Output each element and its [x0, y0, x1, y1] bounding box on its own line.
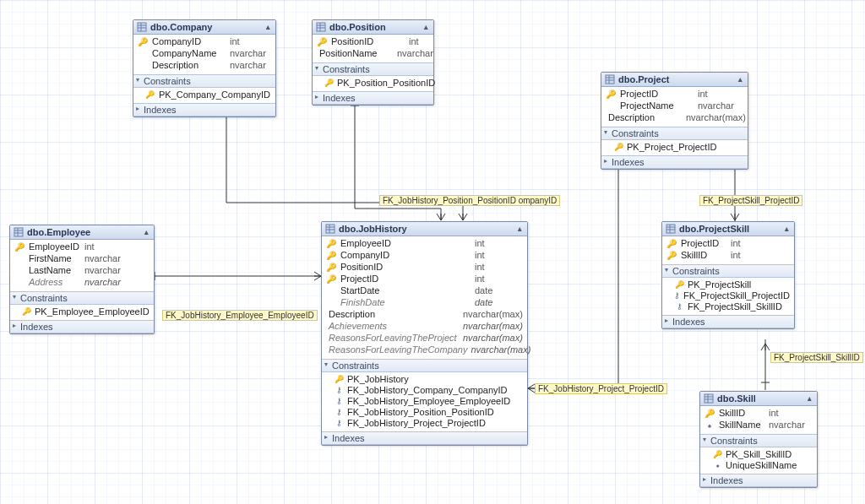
column-type: nvarchar: [84, 277, 121, 288]
constraints-section[interactable]: Constraints: [662, 264, 794, 278]
column-name: LastName: [29, 265, 81, 276]
table-header[interactable]: dbo.Project ▴: [601, 73, 748, 87]
primary-key-icon: 🔑: [613, 142, 623, 153]
foreign-key-icon: ⚷: [334, 407, 344, 418]
table-header[interactable]: dbo.Company ▴: [133, 20, 275, 35]
table-title: dbo.Skill: [717, 393, 756, 404]
table-jobhistory[interactable]: dbo.JobHistory ▴ 🔑EmployeeIDint 🔑Company…: [321, 221, 528, 446]
constraint-name: FK_JobHistory_Company_CompanyID: [347, 385, 508, 396]
fk-label-jobhistory-position: FK_JobHistory_Position_PositionID ompany…: [379, 195, 560, 206]
column-type: int: [475, 262, 485, 273]
column-type: nvarchar: [769, 420, 805, 431]
collapse-icon[interactable]: ▴: [808, 394, 812, 403]
column-type: nvarchar: [84, 253, 121, 264]
column-name: CompanyName: [152, 48, 226, 59]
indexes-section[interactable]: Indexes: [313, 91, 433, 105]
column-name: SkillID: [681, 250, 727, 261]
column-name: CompanyID: [340, 250, 471, 261]
svg-rect-4: [138, 23, 146, 31]
svg-rect-24: [666, 225, 675, 233]
column-name: CompanyID: [152, 36, 226, 47]
indexes-section[interactable]: Indexes: [322, 431, 527, 445]
collapse-icon[interactable]: ▴: [518, 225, 522, 233]
foreign-key-icon: ⚷: [334, 396, 344, 407]
column-type: int: [731, 238, 741, 249]
table-position[interactable]: dbo.Position ▴ 🔑PositionIDint PositionNa…: [312, 19, 434, 106]
column-name: Achievements: [329, 321, 460, 332]
fk-label-jobhistory-employee: FK_JobHistory_Employee_EmployeeID: [162, 310, 318, 321]
constraints-section[interactable]: Constraints: [322, 359, 527, 372]
primary-key-icon: 🔑: [137, 36, 149, 47]
table-header[interactable]: dbo.ProjectSkill ▴: [662, 222, 794, 236]
column-name: EmployeeID: [29, 241, 81, 252]
table-skill[interactable]: dbo.Skill ▴ 🔑SkillIDint ⬥SkillNamenvarch…: [699, 391, 818, 488]
column-type: int: [475, 274, 485, 285]
column-name: PositionID: [331, 36, 405, 47]
collapse-icon[interactable]: ▴: [424, 23, 428, 31]
primary-key-icon: 🔑: [14, 241, 25, 252]
primary-key-icon: 🔑: [712, 449, 722, 460]
constraint-name: PK_ProjectSkill: [688, 279, 751, 290]
foreign-key-icon: ⚷: [674, 290, 680, 301]
constraints-section[interactable]: Constraints: [700, 434, 817, 447]
primary-key-icon: 🔑: [666, 238, 677, 249]
collapse-icon[interactable]: ▴: [738, 75, 743, 84]
constraint-name: PK_Skill_SkillID: [726, 449, 792, 460]
unique-index-icon: ⬥: [704, 420, 715, 431]
columns: 🔑CompanyIDint CompanyNamenvarchar Descri…: [133, 35, 275, 74]
table-header[interactable]: dbo.Skill ▴: [700, 392, 817, 406]
constraint-name: PK_JobHistory: [347, 374, 409, 385]
table-projectskill[interactable]: dbo.ProjectSkill ▴ 🔑ProjectIDint 🔑SkillI…: [661, 221, 795, 329]
column-type: nvarchar(max): [686, 112, 746, 123]
indexes-section[interactable]: Indexes: [601, 155, 748, 169]
indexes-section[interactable]: Indexes: [133, 103, 275, 117]
table-company[interactable]: dbo.Company ▴ 🔑CompanyIDint CompanyNamen…: [133, 19, 276, 117]
constraint-name: UniqueSkillName: [726, 460, 797, 471]
column-type: nvarchar(max): [463, 333, 523, 344]
column-type: nvarchar: [397, 48, 433, 59]
column-name: SkillID: [719, 408, 765, 419]
column-type: int: [475, 250, 485, 261]
table-employee[interactable]: dbo.Employee ▴ 🔑EmployeeIDint FirstNamen…: [9, 225, 155, 334]
constraint-name: FK_JobHistory_Position_PositionID: [347, 407, 494, 418]
table-header[interactable]: dbo.Employee ▴: [10, 225, 154, 240]
constraint-name: FK_ProjectSkill_SkillID: [688, 301, 782, 312]
fk-label-projectskill-skill: FK_ProjectSkill_SkillID: [770, 352, 863, 363]
table-title: dbo.Employee: [27, 227, 90, 237]
collapse-icon[interactable]: ▴: [144, 228, 149, 236]
primary-key-icon: 🔑: [666, 250, 677, 261]
constraints-section[interactable]: Constraints: [313, 62, 433, 76]
table-header[interactable]: dbo.JobHistory ▴: [322, 222, 527, 236]
primary-key-icon: 🔑: [674, 279, 684, 290]
column-name: EmployeeID: [340, 238, 471, 249]
collapse-icon[interactable]: ▴: [785, 225, 789, 233]
column-name: ProjectID: [681, 238, 727, 249]
foreign-key-icon: ⚷: [334, 418, 344, 429]
indexes-section[interactable]: Indexes: [700, 474, 817, 487]
column-name: ProjectID: [340, 274, 471, 285]
table-title: dbo.Company: [150, 22, 212, 32]
indexes-section[interactable]: Indexes: [10, 320, 154, 333]
column-type: date: [475, 297, 492, 308]
column-type: int: [230, 36, 240, 47]
table-title: dbo.Position: [329, 22, 386, 32]
table-header[interactable]: dbo.Position ▴: [313, 20, 433, 35]
foreign-key-icon: ⚷: [334, 385, 344, 396]
collapse-icon[interactable]: ▴: [266, 23, 270, 31]
table-project[interactable]: dbo.Project ▴ 🔑ProjectIDint ProjectNamen…: [601, 72, 748, 170]
constraints-section[interactable]: Constraints: [133, 74, 275, 88]
constraint-name: PK_Position_PositionID: [337, 78, 435, 89]
constraints-section[interactable]: Constraints: [10, 291, 154, 305]
primary-key-icon: 🔑: [325, 238, 337, 249]
column-type: int: [475, 238, 485, 249]
constraint-name: FK_ProjectSkill_ProjectID: [683, 290, 790, 301]
column-type: nvarchar: [84, 265, 121, 276]
constraints-section[interactable]: Constraints: [601, 127, 748, 140]
column-type: int: [769, 408, 779, 419]
table-icon: [14, 227, 24, 237]
indexes-section[interactable]: Indexes: [662, 315, 794, 328]
primary-key-icon: 🔑: [325, 250, 337, 261]
constraint-name: PK_Project_ProjectID: [627, 142, 716, 153]
fk-label-projectskill-project: FK_ProjectSkill_ProjectID: [699, 195, 802, 206]
primary-key-icon: 🔑: [324, 78, 334, 89]
